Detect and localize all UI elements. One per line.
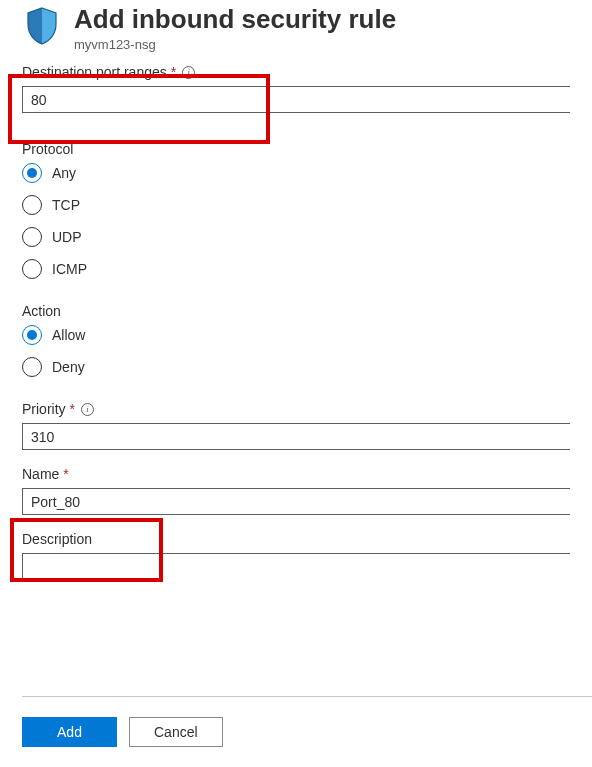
description-group: Description [22, 531, 570, 584]
protocol-option-udp[interactable]: UDP [22, 227, 570, 247]
page-title: Add inbound security rule [74, 4, 396, 35]
required-star: * [70, 401, 75, 417]
required-star: * [63, 466, 68, 482]
radio-icon [22, 325, 42, 345]
radio-icon [22, 259, 42, 279]
panel-header: Add inbound security rule myvm123-nsg [0, 0, 592, 52]
protocol-radio-group: Any TCP UDP ICMP [22, 163, 570, 279]
priority-label: Priority * i [22, 401, 570, 417]
required-star: * [171, 64, 176, 80]
footer-divider [22, 696, 592, 697]
dest-port-input[interactable] [22, 86, 570, 113]
radio-icon [22, 163, 42, 183]
action-option-deny[interactable]: Deny [22, 357, 570, 377]
radio-icon [22, 357, 42, 377]
priority-group: Priority * i [22, 401, 570, 450]
dest-port-label: Destination port ranges * i [22, 64, 570, 80]
action-group: Action Allow Deny [22, 303, 570, 377]
dest-port-group: Destination port ranges * i [22, 64, 570, 113]
cancel-button[interactable]: Cancel [129, 717, 223, 747]
description-input[interactable] [22, 553, 570, 581]
add-button[interactable]: Add [22, 717, 117, 747]
name-label: Name * [22, 466, 570, 482]
footer-buttons: Add Cancel [22, 717, 223, 747]
radio-icon [22, 227, 42, 247]
protocol-label: Protocol [22, 141, 570, 157]
form-area: Destination port ranges * i Protocol Any… [0, 64, 592, 584]
protocol-option-icmp[interactable]: ICMP [22, 259, 570, 279]
description-label: Description [22, 531, 570, 547]
protocol-option-tcp[interactable]: TCP [22, 195, 570, 215]
action-radio-group: Allow Deny [22, 325, 570, 377]
name-group: Name * [22, 466, 570, 515]
radio-icon [22, 195, 42, 215]
priority-input[interactable] [22, 423, 570, 450]
protocol-option-any[interactable]: Any [22, 163, 570, 183]
shield-icon [22, 6, 62, 46]
protocol-group: Protocol Any TCP UDP ICMP [22, 141, 570, 279]
info-icon[interactable]: i [81, 403, 94, 416]
resource-subtitle: myvm123-nsg [74, 37, 396, 52]
action-label: Action [22, 303, 570, 319]
info-icon[interactable]: i [182, 66, 195, 79]
name-input[interactable] [22, 488, 570, 515]
action-option-allow[interactable]: Allow [22, 325, 570, 345]
